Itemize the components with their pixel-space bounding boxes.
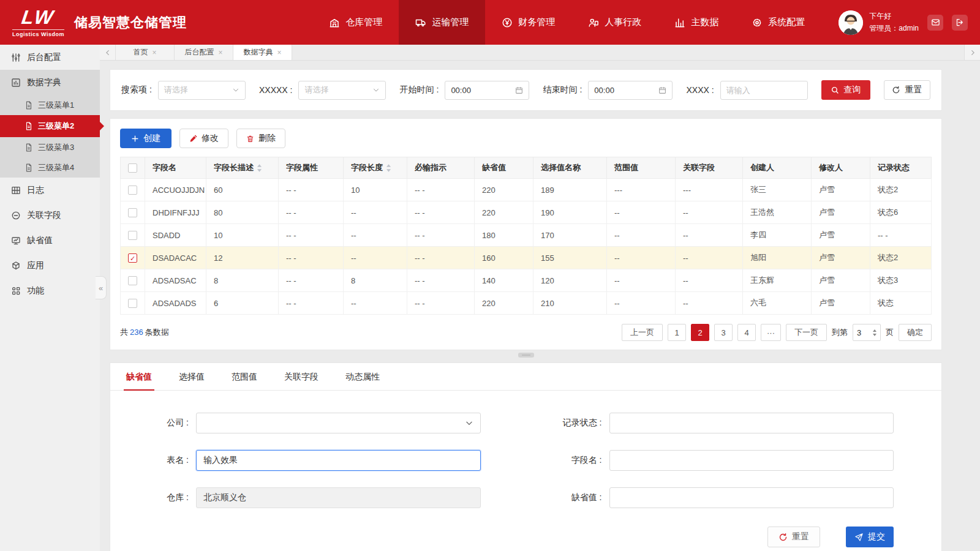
record-status-input[interactable] [609, 413, 894, 433]
nav-item-hr[interactable]: 人事行政 [571, 0, 658, 45]
trash-icon [246, 135, 254, 143]
sidebar-item-submenu2[interactable]: 三级菜单2 [0, 115, 100, 137]
record-status-row: 记录状态 : [536, 413, 894, 433]
mail-button[interactable] [927, 15, 943, 31]
goto-confirm-button[interactable]: 确定 [899, 324, 932, 341]
detail-tab-range-value[interactable]: 范围值 [218, 363, 271, 390]
nav-item-finance[interactable]: 财务管理 [485, 0, 571, 45]
select-all-checkbox[interactable] [128, 163, 137, 173]
warehouse-icon [329, 17, 340, 28]
tab-home[interactable]: 首页 × [116, 45, 175, 60]
sidebar-item-log[interactable]: 日志 [0, 178, 100, 203]
finance-icon [502, 17, 513, 28]
page-button-2-active[interactable]: 2 [691, 324, 709, 341]
table-cell: ACCUOJJDJN [145, 179, 206, 201]
sidebar-item-label: 三级菜单3 [38, 142, 74, 153]
record-status-label: 记录状态 : [536, 418, 602, 429]
table-cell: SDADD [145, 224, 206, 247]
table-row[interactable]: ACCUOJJDJN60-- -10-- -220189------张三卢雪状态… [121, 179, 932, 201]
tabs-scroll-left[interactable] [100, 45, 116, 60]
table-cell: -- - [407, 247, 475, 269]
step-up-icon[interactable] [873, 329, 876, 332]
page-ellipsis[interactable]: ··· [761, 324, 781, 341]
search-icon [831, 86, 839, 94]
default-value-input[interactable] [609, 487, 894, 508]
form-reset-button[interactable]: 重置 [767, 527, 820, 547]
table-row[interactable]: ADSADADS6-- ----- -220210----六毛卢雪状态 [121, 292, 932, 315]
xxxx-input[interactable] [720, 81, 808, 100]
sidebar-item-submenu4[interactable]: 三级菜单4 [0, 157, 100, 178]
sidebar-item-submenu3[interactable]: 三级菜单3 [0, 137, 100, 157]
page-button-1[interactable]: 1 [668, 324, 686, 341]
detail-panel: 缺省值 选择值 范围值 关联字段 动态属性 公司 : 记 [110, 362, 942, 551]
row-checkbox[interactable] [128, 276, 137, 285]
end-time-input[interactable]: 00:00 [588, 81, 673, 100]
row-checkbox[interactable] [128, 208, 137, 217]
xxxxx-select[interactable]: 请选择 [298, 81, 386, 100]
table-row[interactable]: SDADD10-- ----- -180170----李四卢雪-- - [121, 224, 932, 247]
calendar-icon [515, 86, 523, 94]
column-header-sortable[interactable]: 字段长描述 [206, 157, 279, 179]
detail-tab-default-value[interactable]: 缺省值 [113, 363, 165, 390]
row-checkbox[interactable] [128, 299, 137, 308]
sidebar-item-submenu1[interactable]: 三级菜单1 [0, 95, 100, 115]
prev-page-button[interactable]: 上一页 [622, 324, 663, 341]
detail-tab-dynamic-attr[interactable]: 动态属性 [332, 363, 393, 390]
edit-button[interactable]: 修改 [179, 129, 228, 148]
sidebar-item-related-fields[interactable]: 关联字段 [0, 203, 100, 228]
create-button[interactable]: 创建 [120, 129, 172, 148]
close-icon[interactable]: × [218, 48, 222, 57]
sort-icon[interactable] [386, 164, 391, 172]
nav-item-config[interactable]: 系统配置 [735, 0, 821, 45]
detail-tab-select-value[interactable]: 选择值 [165, 363, 218, 390]
sidebar-collapse-handle[interactable]: « [96, 276, 107, 299]
company-select[interactable] [196, 413, 481, 433]
table-row[interactable]: ADSADSAC8-- -8-- -140120----王东辉卢雪状态3 [121, 269, 932, 292]
row-checkbox-checked[interactable] [128, 253, 137, 263]
nav-item-warehouse[interactable]: 仓库管理 [312, 0, 399, 45]
page-stepper[interactable] [873, 329, 876, 336]
page-button-3[interactable]: 3 [714, 324, 733, 341]
close-icon[interactable]: × [277, 48, 281, 57]
collapse-icon: « [99, 283, 103, 293]
panel-resize-handle[interactable] [518, 353, 534, 358]
nav-item-masterdata[interactable]: 主数据 [658, 0, 735, 45]
table-row[interactable]: DSADACAC12-- ----- -160155----旭阳卢雪状态2 [121, 247, 932, 269]
tab-backend-config[interactable]: 后台配置 × [175, 45, 233, 60]
tab-data-dictionary[interactable]: 数据字典 × [233, 45, 292, 60]
select-placeholder: 请选择 [164, 84, 188, 96]
goto-page-input[interactable]: 3 [853, 324, 881, 341]
next-page-button[interactable]: 下一页 [786, 324, 827, 341]
form-submit-button[interactable]: 提交 [846, 527, 894, 547]
warehouse-label: 仓库 : [123, 492, 189, 503]
sidebar-item-functions[interactable]: 功能 [0, 278, 100, 303]
tabs-scroll-right[interactable] [964, 45, 980, 60]
sort-icon[interactable] [257, 164, 262, 172]
table-name-input[interactable] [196, 450, 481, 471]
nav-item-transport[interactable]: 运输管理 [399, 0, 485, 45]
row-checkbox[interactable] [128, 231, 137, 240]
step-down-icon[interactable] [873, 334, 876, 336]
company-row: 公司 : [123, 413, 481, 433]
delete-button[interactable]: 删除 [236, 129, 285, 148]
detail-tab-related-field[interactable]: 关联字段 [271, 363, 332, 390]
sidebar-item-default-values[interactable]: 缺省值 [0, 228, 100, 253]
row-checkbox[interactable] [128, 186, 137, 195]
logout-button[interactable] [952, 15, 968, 31]
field-name-input[interactable] [609, 450, 894, 471]
table-row[interactable]: DHDIFNFJJJ80-- ----- -220190----王浩然卢雪状态6 [121, 201, 932, 224]
avatar[interactable] [839, 10, 863, 35]
goto-suffix: 页 [886, 327, 894, 338]
chevron-down-icon [232, 86, 239, 94]
reset-button[interactable]: 重置 [884, 80, 930, 100]
sidebar-item-backend-config[interactable]: 后台配置 [0, 45, 100, 70]
column-header-sortable[interactable]: 字段长度 [344, 157, 407, 179]
table-cell: -- [676, 269, 743, 292]
close-icon[interactable]: × [152, 48, 156, 57]
sidebar-item-data-dictionary[interactable]: 数据字典 [0, 70, 100, 95]
search-item-select[interactable]: 请选择 [158, 81, 246, 100]
sidebar-item-application[interactable]: 应用 [0, 253, 100, 278]
page-button-4[interactable]: 4 [737, 324, 756, 341]
start-time-input[interactable]: 00:00 [445, 81, 529, 100]
query-button[interactable]: 查询 [821, 80, 870, 100]
